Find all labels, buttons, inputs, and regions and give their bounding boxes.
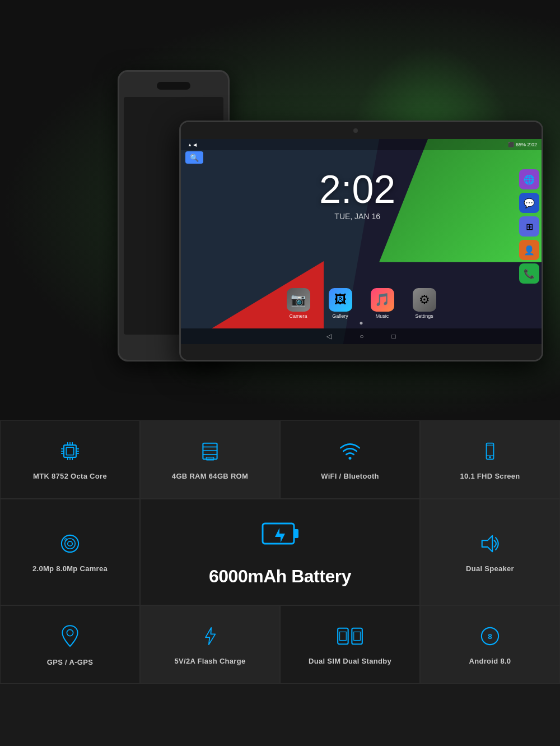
clock-time: 2:02 xyxy=(319,170,395,209)
svg-point-24 xyxy=(62,535,78,552)
tablet-front: ▲ ◀ ⬛ 65% 2:02 🔍 2:02 TUE, JAN 16 🌐 xyxy=(179,121,543,362)
spec-cell-sim: Dual SIM Dual Standby xyxy=(280,605,420,684)
side-icon-message[interactable]: 💬 xyxy=(519,193,539,213)
svg-marker-30 xyxy=(482,535,492,552)
svg-point-31 xyxy=(67,629,73,636)
screen-icon xyxy=(480,439,500,466)
svg-rect-35 xyxy=(354,632,361,640)
camera-icon: 📷 xyxy=(287,288,310,312)
spec-cell-gps: GPS / A-GPS xyxy=(0,605,140,684)
camera-bar xyxy=(181,122,542,139)
spec-cell-wifi: WiFI / Bluetooth xyxy=(280,420,420,499)
tablets-display: ▲ ◀ ⬛ 65% 2:02 🔍 2:02 TUE, JAN 16 🌐 xyxy=(84,59,476,384)
ram-label: 4GB RAM 64GB ROM xyxy=(172,472,248,480)
side-icon-phone[interactable]: 📞 xyxy=(519,263,539,284)
svg-rect-33 xyxy=(340,632,347,640)
svg-rect-29 xyxy=(294,529,298,538)
status-icons: ▲ ◀ xyxy=(188,142,197,147)
app-icons-row: 📷 Camera 🖼 Gallery 🎵 Music ⚙ xyxy=(283,288,440,319)
specs-grid: MTK 8752 Octa Core 4GB RAM 64GB ROM xyxy=(0,420,560,684)
storage-icon xyxy=(198,439,222,466)
tablet-bottom-bezel xyxy=(181,344,542,360)
nav-bar: ◁ ○ □ xyxy=(181,328,542,344)
spec-cell-ram: 4GB RAM 64GB ROM xyxy=(140,420,280,499)
status-bar: ▲ ◀ ⬛ 65% 2:02 xyxy=(181,139,542,150)
nav-recent[interactable]: □ xyxy=(392,332,396,340)
speaker-label: Dual Speaker xyxy=(466,564,514,573)
svg-text:8: 8 xyxy=(488,632,492,641)
spec-cell-battery: 6000mAh Battery xyxy=(140,499,420,605)
side-icons: 🌐 💬 ⊞ 👤 📞 xyxy=(517,167,542,286)
front-camera-dot xyxy=(353,128,358,133)
screen-label: 10.1 FHD Screen xyxy=(460,472,520,480)
search-bar[interactable]: 🔍 xyxy=(185,151,203,164)
clock-display: 2:02 TUE, JAN 16 xyxy=(319,170,395,221)
spec-cell-flash: 5V/2A Flash Charge xyxy=(140,605,280,684)
status-time: ⬛ 65% 2:02 xyxy=(508,142,537,147)
sim-icon xyxy=(335,624,365,651)
svg-point-19 xyxy=(348,457,351,460)
spec-cell-android: 8 Android 8.0 xyxy=(420,605,560,684)
hero-section: ▲ ◀ ⬛ 65% 2:02 🔍 2:02 TUE, JAN 16 🌐 xyxy=(0,0,560,420)
battery-label: 6000mAh Battery xyxy=(209,566,351,587)
music-label: Music xyxy=(376,313,389,319)
android-label: Android 8.0 xyxy=(469,657,511,665)
svg-point-21 xyxy=(489,456,491,458)
app-camera[interactable]: 📷 Camera xyxy=(283,288,314,319)
spec-cell-screen: 10.1 FHD Screen xyxy=(420,420,560,499)
nav-home[interactable]: ○ xyxy=(360,332,363,340)
search-icon: 🔍 xyxy=(190,154,199,162)
app-gallery[interactable]: 🖼 Gallery xyxy=(325,288,356,319)
cpu-label: MTK 8752 Octa Core xyxy=(33,472,107,480)
screen-bg: ▲ ◀ ⬛ 65% 2:02 🔍 2:02 TUE, JAN 16 🌐 xyxy=(181,139,542,344)
flash-label: 5V/2A Flash Charge xyxy=(174,657,245,665)
side-icon-contacts[interactable]: 👤 xyxy=(519,240,539,260)
svg-rect-1 xyxy=(66,447,73,455)
speaker-icon xyxy=(478,532,502,559)
svg-rect-0 xyxy=(64,445,76,457)
battery-icon xyxy=(260,518,300,559)
camera-spec-icon xyxy=(58,532,82,559)
spec-cell-camera: 2.0Mp 8.0Mp Camrea xyxy=(0,499,140,605)
app-settings[interactable]: ⚙ Settings xyxy=(409,288,440,319)
wifi-label: WiFI / Bluetooth xyxy=(321,472,379,480)
settings-icon: ⚙ xyxy=(413,288,436,312)
app-music[interactable]: 🎵 Music xyxy=(367,288,398,319)
sim-label: Dual SIM Dual Standby xyxy=(309,657,391,665)
music-icon: 🎵 xyxy=(371,288,394,312)
wifi-icon xyxy=(338,439,362,466)
svg-point-26 xyxy=(68,541,72,545)
gps-label: GPS / A-GPS xyxy=(47,658,93,666)
settings-label: Settings xyxy=(415,313,433,319)
side-icon-apps[interactable]: ⊞ xyxy=(519,216,539,237)
page-indicator xyxy=(360,322,363,325)
camera-label: Camera xyxy=(289,313,307,319)
flash-icon xyxy=(200,624,220,651)
clock-date: TUE, JAN 16 xyxy=(319,212,395,221)
gallery-label: Gallery xyxy=(332,313,348,319)
side-icon-globe[interactable]: 🌐 xyxy=(519,169,539,189)
tablet-screen: ▲ ◀ ⬛ 65% 2:02 🔍 2:02 TUE, JAN 16 🌐 xyxy=(181,139,542,344)
android-icon: 8 xyxy=(478,624,502,651)
spec-cell-cpu: MTK 8752 Octa Core xyxy=(0,420,140,499)
specs-section: MTK 8752 Octa Core 4GB RAM 64GB ROM xyxy=(0,420,560,684)
back-camera xyxy=(157,82,190,90)
cpu-icon xyxy=(58,439,82,466)
nav-back[interactable]: ◁ xyxy=(326,332,332,340)
spec-cell-speaker: Dual Speaker xyxy=(420,499,560,605)
gps-icon xyxy=(59,623,81,652)
svg-point-27 xyxy=(65,538,67,540)
camera-spec-label: 2.0Mp 8.0Mp Camrea xyxy=(32,564,108,573)
gallery-icon: 🖼 xyxy=(329,288,352,312)
